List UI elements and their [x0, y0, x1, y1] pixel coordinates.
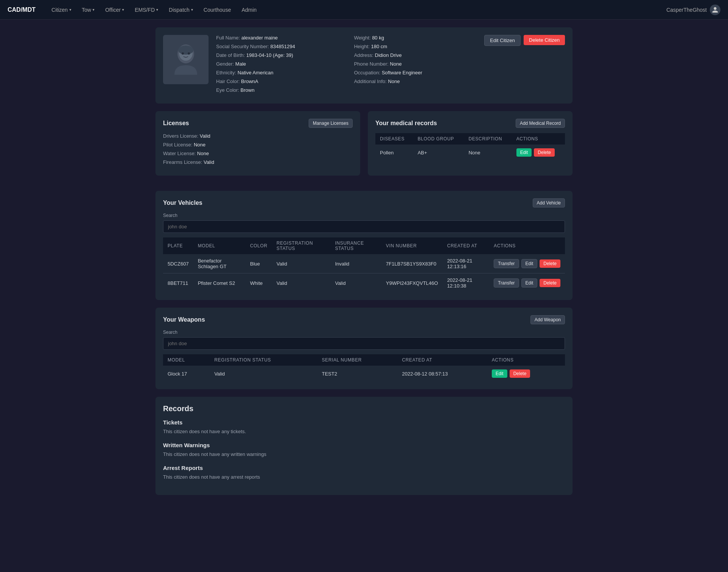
chevron-down-icon: ▾: [122, 8, 124, 12]
table-row: Glock 17 Valid TEST2 2022-08-12 08:57:13…: [163, 366, 565, 382]
field-haircolor: Hair Color: BrownA: [216, 79, 339, 84]
weapons-card: Your Weapons Add Weapon Search MODEL REG…: [155, 308, 573, 389]
col-blood-group: BLOOD GROUP: [413, 133, 464, 145]
col-reg-status: REGISTRATION STATUS: [272, 237, 330, 254]
citizen-actions: Edit Citizen Delete Citizen: [484, 35, 565, 46]
medical-records-table: DISEASES BLOOD GROUP DESCRIPTION ACTIONS…: [375, 133, 565, 160]
user-menu[interactable]: CasperTheGhost: [666, 5, 720, 15]
citizen-info: Full Name: alexander maine Social Securi…: [163, 35, 565, 96]
license-item-drivers: Drivers License: Valid: [163, 133, 353, 139]
citizen-col-right: Weight: 80 kg Height: 180 cm Address: Di…: [354, 35, 477, 96]
col-actions: ACTIONS: [489, 237, 565, 254]
license-item-firearms: Firearms License: Valid: [163, 159, 353, 165]
table-row: 8BET711 Pfister Comet S2 White Valid Val…: [163, 273, 565, 293]
cell-vin: 7F1LB7SB1YS9X83F0: [381, 254, 442, 273]
nav-tow[interactable]: Tow ▾: [77, 5, 99, 15]
cell-actions: Edit Delete: [487, 366, 565, 382]
col-actions: ACTIONS: [512, 133, 565, 145]
field-gender: Gender: Male: [216, 61, 339, 67]
col-ins-status: INSURANCE STATUS: [331, 237, 381, 254]
licenses-medical-row: Licenses Manage Licenses Drivers License…: [155, 111, 573, 183]
nav-emsfd[interactable]: EMS/FD ▾: [130, 5, 163, 15]
citizen-avatar: [163, 35, 209, 84]
vehicles-search-label: Search: [163, 213, 565, 218]
cell-color: White: [246, 273, 272, 293]
transfer-vehicle-button[interactable]: Transfer: [494, 259, 519, 268]
add-medical-record-button[interactable]: Add Medical Record: [516, 119, 565, 128]
delete-vehicle-button[interactable]: Delete: [540, 279, 560, 287]
col-created-at: CREATED AT: [397, 354, 487, 366]
vehicles-header: Your Vehicles Add Vehicle: [163, 198, 565, 207]
cell-created-at: 2022-08-21 12:10:38: [442, 273, 489, 293]
edit-vehicle-button[interactable]: Edit: [521, 278, 538, 288]
username-label: CasperTheGhost: [666, 7, 707, 13]
cell-blood-group: AB+: [413, 145, 464, 160]
tickets-title: Tickets: [163, 419, 565, 426]
user-avatar-icon: [710, 5, 720, 15]
citizen-profile-card: Full Name: alexander maine Social Securi…: [155, 27, 573, 104]
cell-ins-status: Invalid: [331, 254, 381, 273]
add-weapon-button[interactable]: Add Weapon: [530, 315, 565, 324]
cell-model: Glock 17: [163, 366, 210, 382]
vehicles-card: Your Vehicles Add Vehicle Search PLATE M…: [155, 191, 573, 300]
written-warnings-title: Written Warnings: [163, 442, 565, 448]
records-title: Records: [163, 404, 565, 413]
edit-vehicle-button[interactable]: Edit: [521, 259, 538, 268]
weapons-table: MODEL REGISTRATION STATUS SERIAL NUMBER …: [163, 354, 565, 382]
delete-vehicle-button[interactable]: Delete: [540, 259, 560, 268]
arrest-reports-title: Arrest Reports: [163, 465, 565, 471]
transfer-vehicle-button[interactable]: Transfer: [494, 278, 519, 288]
tickets-empty: This citizen does not have any tickets.: [163, 429, 565, 434]
cell-created-at: 2022-08-12 08:57:13: [397, 366, 487, 382]
col-description: DESCRIPTION: [464, 133, 512, 145]
field-eyecolor: Eye Color: Brown: [216, 87, 339, 93]
actions-cell: Transfer Edit Delete: [494, 259, 560, 268]
svg-point-5: [188, 52, 190, 55]
written-warnings-empty: This citizen does not have any written w…: [163, 451, 565, 457]
medical-records-header: Your medical records Add Medical Record: [375, 119, 565, 128]
delete-weapon-button[interactable]: Delete: [510, 369, 530, 378]
delete-citizen-button[interactable]: Delete Citizen: [524, 35, 565, 45]
cell-ins-status: Valid: [331, 273, 381, 293]
col-vin: VIN NUMBER: [381, 237, 442, 254]
col-model: MODEL: [193, 237, 246, 254]
chevron-down-icon: ▾: [191, 8, 193, 12]
table-row: Pollen AB+ None Edit Delete: [375, 145, 565, 160]
cell-disease: Pollen: [375, 145, 413, 160]
field-weight: Weight: 80 kg: [354, 35, 477, 41]
actions-cell: Transfer Edit Delete: [494, 278, 560, 288]
actions-cell: Edit Delete: [516, 148, 560, 157]
nav-dispatch[interactable]: Dispatch ▾: [164, 5, 197, 15]
weapons-header: Your Weapons Add Weapon: [163, 315, 565, 324]
cell-description: None: [464, 145, 512, 160]
field-additionalinfo: Additional Info: None: [354, 79, 477, 84]
field-ssn: Social Security Number: 834851294: [216, 44, 339, 49]
medical-records-card: Your medical records Add Medical Record …: [368, 111, 573, 176]
nav-admin[interactable]: Admin: [237, 5, 261, 15]
nav-menu: Citizen ▾ Tow ▾ Officer ▾ EMS/FD ▾ Dispa…: [47, 5, 667, 15]
cell-reg-status: Valid: [272, 254, 330, 273]
licenses-card: Licenses Manage Licenses Drivers License…: [155, 111, 360, 176]
edit-record-button[interactable]: Edit: [516, 148, 532, 157]
col-color: COLOR: [246, 237, 272, 254]
nav-courthouse[interactable]: Courthouse: [199, 5, 235, 15]
weapons-title: Your Weapons: [163, 316, 205, 323]
vehicles-search-input[interactable]: [163, 220, 565, 233]
nav-citizen[interactable]: Citizen ▾: [47, 5, 76, 15]
navbar: CAD/MDT Citizen ▾ Tow ▾ Officer ▾ EMS/FD…: [0, 0, 728, 20]
vehicles-table: PLATE MODEL COLOR REGISTRATION STATUS IN…: [163, 237, 565, 292]
cell-created-at: 2022-08-21 12:13:16: [442, 254, 489, 273]
svg-point-4: [182, 52, 184, 55]
delete-record-button[interactable]: Delete: [534, 148, 555, 157]
field-height: Height: 180 cm: [354, 44, 477, 49]
nav-officer[interactable]: Officer ▾: [100, 5, 129, 15]
weapons-search-input[interactable]: [163, 337, 565, 350]
licenses-header: Licenses Manage Licenses: [163, 119, 353, 128]
field-ethnicity: Ethnicity: Native American: [216, 70, 339, 75]
add-vehicle-button[interactable]: Add Vehicle: [533, 198, 565, 207]
edit-citizen-button[interactable]: Edit Citizen: [484, 35, 521, 46]
weapons-search-label: Search: [163, 330, 565, 335]
edit-weapon-button[interactable]: Edit: [492, 369, 507, 378]
cell-reg-status: Valid: [210, 366, 317, 382]
manage-licenses-button[interactable]: Manage Licenses: [309, 119, 353, 128]
